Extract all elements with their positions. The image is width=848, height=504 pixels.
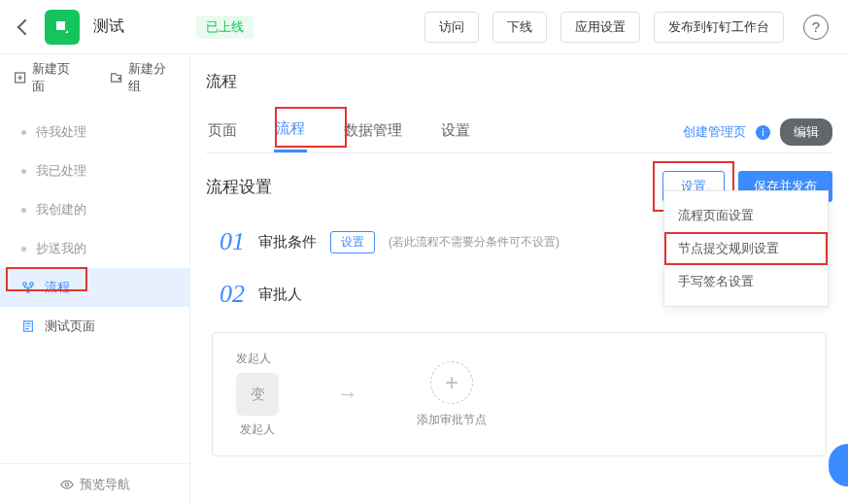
dropdown-item-page-settings[interactable]: 流程页面设置 [664,199,828,232]
visit-button[interactable]: 访问 [424,12,479,43]
sidebar-item-ccme[interactable]: 抄送我的 [0,229,189,268]
app-settings-button[interactable]: 应用设置 [560,12,640,43]
offline-button[interactable]: 下线 [492,12,547,43]
step-1-number: 01 [220,227,245,256]
tab-flow[interactable]: 流程 [274,112,307,152]
step-1-title: 审批条件 [258,233,317,252]
edit-button[interactable]: 编辑 [780,118,832,146]
step-2-title: 审批人 [258,286,302,304]
add-node-button[interactable]: + [430,361,473,404]
section-title: 流程 [206,72,832,92]
add-node-label: 添加审批节点 [417,412,487,428]
step-1-hint: (若此流程不需要分条件可不设置) [389,234,560,251]
sidebar: 新建页面 新建分组 待我处理 我已处理 我创建的 抄送我的 流程 测试页面 预览… [0,54,190,504]
new-group-icon [110,71,122,84]
new-page-icon [14,71,26,84]
tab-settings[interactable]: 设置 [439,114,472,151]
dropdown-item-submit-rules[interactable]: 节点提交规则设置 [664,232,828,265]
flow-diagram: 发起人 变 发起人 → + 添加审批节点 [212,332,827,456]
arrow-icon: → [337,382,358,407]
eye-icon [60,478,74,491]
svg-point-3 [26,289,30,293]
page-icon [21,319,35,333]
tabs: 页面 流程 数据管理 设置 创建管理页 i 编辑 [206,112,832,153]
sub-title: 流程设置 [206,176,272,198]
svg-point-1 [23,283,27,286]
initiator-label-bottom: 发起人 [240,421,275,438]
back-icon[interactable] [17,18,34,35]
new-group-label: 新建分组 [128,60,176,95]
sidebar-item-flow[interactable]: 流程 [0,268,189,307]
new-page-button[interactable]: 新建页面 [14,60,81,95]
app-logo [45,10,80,45]
status-badge: 已上线 [196,16,254,39]
initiator-square[interactable]: 变 [236,373,279,416]
sidebar-item-created[interactable]: 我创建的 [0,190,189,229]
step-2-number: 02 [220,280,245,309]
settings-dropdown: 流程页面设置 节点提交规则设置 手写签名设置 [663,190,829,307]
initiator-label-top: 发起人 [236,351,271,367]
publish-button[interactable]: 发布到钉钉工作台 [654,12,784,43]
new-group-button[interactable]: 新建分组 [110,60,177,95]
tab-page[interactable]: 页面 [206,114,239,151]
tab-data[interactable]: 数据管理 [342,114,404,151]
info-icon[interactable]: i [756,125,770,140]
new-page-label: 新建页面 [32,60,80,95]
preview-nav-button[interactable]: 预览导航 [0,463,189,504]
initiator-node: 发起人 变 发起人 [236,351,279,438]
sidebar-item-done[interactable]: 我已处理 [0,151,189,190]
flow-icon [21,281,35,294]
sidebar-item-todo[interactable]: 待我处理 [0,113,189,151]
app-title: 测试 [93,17,124,37]
svg-point-5 [65,483,69,487]
step-1-settings-button[interactable]: 设置 [330,231,375,253]
sidebar-item-test-page[interactable]: 测试页面 [0,307,189,346]
create-mgmt-link[interactable]: 创建管理页 [683,123,746,141]
svg-point-2 [30,283,34,286]
help-icon[interactable]: ? [803,15,829,40]
dropdown-item-signature[interactable]: 手写签名设置 [664,265,828,298]
